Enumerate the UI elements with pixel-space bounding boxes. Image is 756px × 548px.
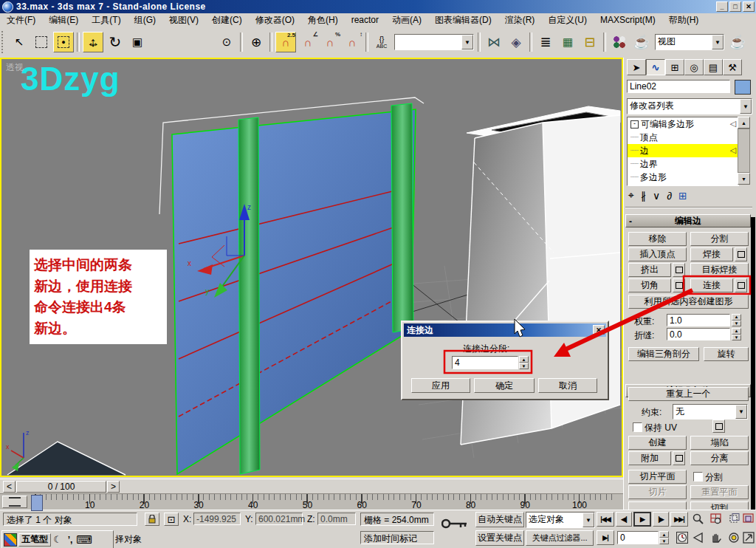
tab-create-icon[interactable]: ➤ xyxy=(627,59,646,75)
quickslice-button-clipped[interactable] xyxy=(628,501,687,510)
scroll-up-icon[interactable]: ▲ xyxy=(738,117,750,129)
split-button[interactable]: 分割 xyxy=(690,232,749,246)
percent-snap-icon[interactable]: ∩% xyxy=(320,32,340,52)
target-weld-button[interactable]: 目标焊接 xyxy=(690,263,749,277)
ime-logo-icon[interactable] xyxy=(4,533,17,547)
dropdown-arrow-icon[interactable]: ▼ xyxy=(583,513,594,527)
crease-field[interactable]: 0.0 xyxy=(667,328,730,340)
slice-button[interactable]: 切片 xyxy=(628,485,687,499)
render-type-dropdown[interactable]: 视图 ▼ xyxy=(655,34,724,50)
ime-mode-button[interactable]: 五笔型 xyxy=(18,533,51,547)
stack-scrollbar[interactable]: ▲ ▼ xyxy=(738,117,750,185)
segments-input[interactable]: 4 xyxy=(452,356,518,369)
remove-modifier-icon[interactable]: ∂ xyxy=(667,189,672,202)
slice-plane-button[interactable]: 切片平面 xyxy=(628,470,687,484)
attach-settings-icon[interactable] xyxy=(673,451,685,465)
modifier-list-dropdown[interactable]: 修改器列表 ▼ xyxy=(627,98,752,114)
stack-item-row[interactable]: ┈┈多边形 xyxy=(628,171,738,184)
selection-region-icon[interactable] xyxy=(31,32,52,52)
connect-button[interactable]: 连接 xyxy=(690,278,733,292)
create-button[interactable]: 创建 xyxy=(628,436,687,450)
dropdown-arrow-icon[interactable]: ▼ xyxy=(735,405,747,419)
material-editor-icon[interactable] xyxy=(609,32,630,52)
select-manipulate-icon[interactable]: ⊕ xyxy=(246,32,267,52)
stack-root-editable-poly[interactable]: -可编辑多边形◁ xyxy=(628,117,738,131)
chamfer-settings-icon[interactable] xyxy=(673,278,685,292)
spinner-snap-icon[interactable]: ∩↕ xyxy=(342,32,362,52)
key-mode-toggle-icon[interactable]: ▶| xyxy=(597,530,614,545)
menu-item[interactable]: reactor xyxy=(345,14,385,26)
cancel-button[interactable]: 取消 xyxy=(538,378,597,393)
toolbar-grip[interactable] xyxy=(1,31,7,53)
zoom-extents-all-icon[interactable] xyxy=(742,512,755,527)
select-move-icon[interactable]: ↔ ↕ xyxy=(83,32,103,52)
constraints-dropdown[interactable]: 无 ▼ xyxy=(673,404,748,419)
open-mini-curve-editor-icon[interactable] xyxy=(2,496,27,508)
y-coordinate-field[interactable]: 600.021mm xyxy=(255,513,303,525)
tab-display-icon[interactable]: ▤ xyxy=(704,59,723,75)
menu-item[interactable]: 文件(F) xyxy=(0,13,42,27)
select-rotate-icon[interactable]: ↻ xyxy=(105,32,126,52)
angle-snap-icon[interactable]: ∩∠ xyxy=(298,32,318,52)
menu-item[interactable]: 编辑(E) xyxy=(42,13,85,27)
spin-up-icon[interactable]: ▲ xyxy=(519,356,529,363)
named-selection-dropdown[interactable]: ▼ xyxy=(394,34,474,50)
chamfer-button[interactable]: 切角 xyxy=(628,278,671,292)
key-filter-dropdown[interactable]: 选定对象 ▼ xyxy=(526,512,595,528)
add-time-tag[interactable]: 添加时间标记 xyxy=(360,531,434,544)
track-bar[interactable]: 0102030405060708090100 xyxy=(0,493,623,510)
menu-item[interactable]: 工具(T) xyxy=(85,13,127,27)
dialog-close-icon[interactable]: ✕ xyxy=(593,325,605,335)
stack-item-row[interactable]: ┈┈顶点 xyxy=(628,131,738,144)
previous-frame-icon[interactable]: ◀| xyxy=(616,512,632,527)
pin-stack-icon[interactable]: ⌖ xyxy=(628,189,634,202)
key-filters-button[interactable]: 关键点过滤器... xyxy=(526,530,594,546)
dropdown-arrow-icon[interactable]: ▼ xyxy=(461,35,473,49)
mirror-icon[interactable]: ⋈ xyxy=(484,32,504,52)
show-end-result-icon[interactable]: ∦ xyxy=(641,189,646,202)
time-configuration-icon[interactable] xyxy=(675,530,690,545)
ok-button[interactable]: 确定 xyxy=(474,378,535,393)
track-bar-ruler[interactable]: 0102030405060708090100 xyxy=(30,494,616,510)
zoom-extents-icon[interactable] xyxy=(726,512,741,527)
segments-spinner[interactable]: ▲ ▼ xyxy=(519,356,529,369)
object-name-field[interactable]: Line02 xyxy=(627,80,730,93)
insert-vertex-button[interactable]: 插入顶点 xyxy=(628,247,687,261)
zoom-icon[interactable] xyxy=(691,512,706,527)
panel-scrollbar[interactable] xyxy=(751,217,755,510)
make-unique-icon[interactable]: ∨ xyxy=(653,189,660,202)
align-icon[interactable]: ◈ xyxy=(506,32,526,52)
select-scale-icon[interactable]: ▣ xyxy=(127,32,148,52)
tab-utilities-icon[interactable]: ⚒ xyxy=(723,59,742,75)
collapse-button[interactable]: 塌陷 xyxy=(690,436,749,450)
expand-collapse-icon[interactable]: - xyxy=(630,120,639,129)
detach-button[interactable]: 分离 xyxy=(690,451,749,465)
menu-item[interactable]: 创建(C) xyxy=(205,13,249,27)
select-icon[interactable]: ↖ xyxy=(9,32,30,52)
repeat-last-button[interactable]: 重复上一个 xyxy=(628,387,749,401)
ime-fullhalf-icon[interactable]: ☾ xyxy=(51,534,64,545)
curve-editor-icon[interactable]: ▦ xyxy=(557,32,578,52)
next-frame-arrow-icon[interactable]: > xyxy=(107,481,120,493)
set-key-button[interactable]: 设置关键点 xyxy=(475,530,524,546)
preserve-uv-settings-icon[interactable] xyxy=(712,419,725,433)
auto-key-button[interactable]: 自动关键点 xyxy=(475,512,524,527)
ime-softkeyboard-icon[interactable]: ⌨ xyxy=(76,533,92,547)
weld-button[interactable]: 焊接 xyxy=(690,247,733,261)
tab-modify-icon[interactable]: ∿ xyxy=(646,59,665,75)
field-of-view-icon[interactable] xyxy=(691,530,706,545)
viewport-perspective[interactable]: z x y z x 透视 3Dzyg 选择中间的两条新边，使用连接命令连接出4条… xyxy=(0,58,623,477)
go-to-end-icon[interactable]: ▶▶| xyxy=(670,512,688,527)
menu-item[interactable]: 组(G) xyxy=(128,13,162,27)
crease-spinner[interactable]: ▲▼ xyxy=(732,328,741,340)
absolute-mode-icon[interactable]: ⊡ xyxy=(164,513,179,526)
z-coordinate-field[interactable]: 0.0mm xyxy=(317,513,356,525)
dropdown-arrow-icon[interactable]: ▼ xyxy=(712,35,724,49)
menu-item[interactable]: 角色(H) xyxy=(301,13,345,27)
scroll-down-icon[interactable]: ▼ xyxy=(738,173,750,185)
tab-hierarchy-icon[interactable]: ⊞ xyxy=(665,59,684,75)
tab-motion-icon[interactable]: ◎ xyxy=(684,59,704,75)
snap-toggle-icon[interactable]: ∩2.5 xyxy=(275,32,296,52)
named-selection-sets-icon[interactable]: {} ABC xyxy=(371,32,392,52)
quick-render-icon[interactable]: ☕ xyxy=(727,32,748,52)
